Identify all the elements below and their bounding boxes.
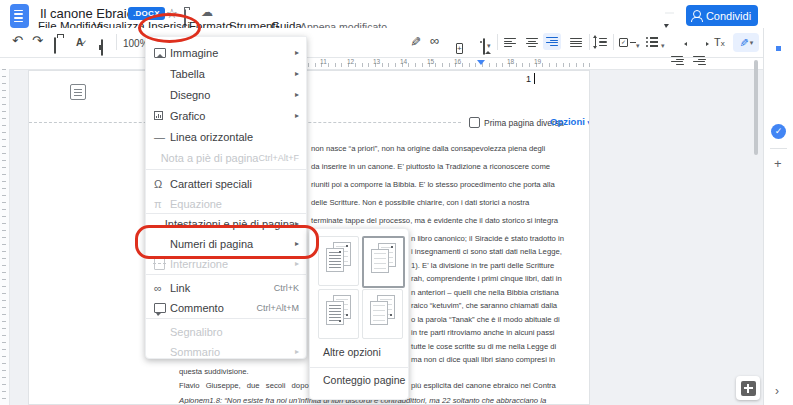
ruler-number: 18: [507, 58, 514, 65]
menu-item-equazione: π Equazione: [146, 193, 306, 214]
insert-link-icon[interactable]: ∞: [430, 34, 439, 47]
body-text-line: ma non ci dice quali libri siano compres…: [411, 355, 555, 364]
ruler-number: 15: [427, 58, 434, 65]
align-justify-icon[interactable]: [570, 38, 582, 47]
ruler-number: 19: [534, 58, 541, 65]
explore-button[interactable]: [736, 376, 760, 400]
header-options-dropdown[interactable]: Opzioni ▾: [550, 116, 590, 127]
editing-mode-button[interactable]: ✎▾: [733, 33, 759, 52]
caret-down-icon: ▾: [587, 119, 590, 126]
document-outline-icon[interactable]: [70, 84, 86, 100]
body-text-line: n libro canonico; il Siracide è stato tr…: [411, 234, 564, 243]
line-spacing-icon[interactable]: [595, 37, 607, 47]
page-numbers-submenu: Altre opzioni Conteggio pagine: [309, 228, 409, 400]
add-addon-icon[interactable]: +: [774, 156, 782, 171]
body-text-line: i insegnamenti ci sono stati dati nella …: [411, 247, 562, 256]
annotation-box-numeri-di-pagina: [135, 225, 319, 259]
ruler-number: 16: [454, 58, 461, 65]
submenu-arrow-icon: ▸: [295, 111, 299, 120]
vertical-scrollbar[interactable]: [754, 60, 758, 155]
omega-icon: Ω: [146, 178, 170, 190]
menu-item-sommario: Sommario ▸: [146, 341, 306, 362]
ruler-number: 14: [400, 58, 407, 65]
annotation-circle-inserisci: [138, 13, 201, 43]
page-count-item[interactable]: Conteggio pagine: [323, 374, 405, 386]
google-docs-window: 1 Prima pagina diversa Opzioni ▾ non nas…: [0, 0, 793, 405]
cloud-status-icon[interactable]: ☁: [201, 5, 213, 19]
submenu-arrow-icon: ▸: [295, 90, 299, 99]
page-number-option-header-all-pages[interactable]: [318, 236, 359, 286]
bulleted-list-icon[interactable]: [646, 37, 658, 47]
tasks-icon[interactable]: ✓: [771, 124, 786, 139]
menu-item-segnalibro: Segnalibro: [146, 321, 306, 342]
spellcheck-icon[interactable]: A✓: [76, 36, 87, 49]
link-icon: ∞: [146, 282, 170, 294]
indent-marker[interactable]: [477, 60, 485, 65]
divider: [770, 148, 787, 149]
page-number-option-footer-from-second-page[interactable]: [362, 289, 403, 339]
caret-down-icon[interactable]: ▾: [661, 39, 665, 52]
body-text-line: n anteriori – quelli che nella Bibbia cr…: [411, 288, 559, 297]
caret-down-icon[interactable]: ▾: [636, 39, 640, 52]
shortcut-label: Ctrl+Alt+F: [258, 153, 299, 163]
submenu-arrow-icon: ▸: [295, 347, 299, 356]
more-options-item[interactable]: Altre opzioni: [323, 346, 381, 358]
body-text-line: Flavio Giuseppe, due secoli dopo: [179, 381, 309, 390]
horizontal-line-icon: —: [146, 131, 170, 143]
insert-menu-panel: Immagine ▸ Tabella ▸ Disegno ▸ Grafico ▸…: [145, 36, 307, 359]
share-button[interactable]: Condividi: [686, 5, 758, 26]
comment-icon: [146, 303, 170, 313]
submenu-arrow-icon: ▸: [295, 69, 299, 78]
caret-down-icon[interactable]: ▾: [487, 39, 491, 52]
body-text-line: riuniti poi a comporre la Bibbia. E' lo …: [311, 180, 555, 189]
paint-format-icon[interactable]: [101, 39, 103, 56]
toolbar: ↶ ↷ A✓ 100% ▾ ✎ ∞ + ▾ ✓ ▾ ▾ Tx ✎▾ ›: [0, 28, 793, 58]
person-icon: [693, 10, 701, 18]
header-page-number: 1: [526, 74, 531, 84]
body-text-line: terminate tappe del processo, ma è evide…: [311, 216, 558, 225]
menu-item-disegno[interactable]: Disegno ▸: [146, 84, 306, 105]
body-text-line: questa suddivisione.: [179, 367, 249, 376]
body-text-line: non nasce “a priori”, non ha origine dal…: [311, 144, 545, 153]
horizontal-ruler[interactable]: 11 12 13 14 15 16 18 19: [0, 57, 763, 70]
menu-item-grafico[interactable]: Grafico ▸: [146, 105, 306, 126]
redo-button[interactable]: ↷: [32, 34, 43, 47]
ruler-number: 13: [373, 58, 380, 65]
body-text-line: più esplicita del canone ebraico nel Con…: [411, 381, 556, 390]
menu-item-immagine[interactable]: Immagine ▸: [146, 42, 306, 63]
hide-side-panel-icon[interactable]: ›: [775, 384, 779, 398]
align-center-icon[interactable]: [526, 38, 538, 47]
spellcheck-flagged-word: Apionem1.8:: [179, 396, 222, 405]
body-text-line: delle Scritture. Non è possibile chiarir…: [311, 198, 529, 207]
text-cursor: [534, 73, 535, 84]
align-right-icon-active[interactable]: [543, 33, 561, 50]
ruler-number: 12: [347, 58, 354, 65]
clear-formatting-icon[interactable]: Tx: [714, 35, 725, 50]
align-left-icon[interactable]: [504, 38, 516, 47]
undo-button[interactable]: ↶: [12, 34, 23, 47]
page-number-option-footer-all-pages[interactable]: [318, 289, 359, 339]
menu-item-caratteri-speciali[interactable]: Ω Caratteri speciali: [146, 173, 306, 194]
explore-icon: [741, 381, 756, 396]
shortcut-label: Ctrl+Alt+M: [256, 303, 299, 313]
submenu-arrow-icon: ▸: [295, 48, 299, 57]
page-number-option-header-from-second-page[interactable]: [362, 236, 405, 288]
menu-item-commento[interactable]: Commento Ctrl+Alt+M: [146, 297, 306, 318]
body-text-line: rah, comprendente i primi cinque libri, …: [411, 274, 562, 283]
different-first-page-checkbox[interactable]: [469, 117, 480, 128]
checklist-icon[interactable]: ✓: [619, 38, 636, 47]
body-text-line: 1). E' la divisione in tre parti delle S…: [411, 261, 554, 270]
page-break-icon: [146, 258, 170, 270]
menu-item-tabella[interactable]: Tabella ▸: [146, 63, 306, 84]
insert-image-icon[interactable]: [483, 38, 485, 55]
menu-item-link[interactable]: ∞ Link Ctrl+K: [146, 277, 306, 298]
insert-comment-icon[interactable]: +: [456, 43, 463, 54]
highlight-pen-icon[interactable]: ✎: [409, 36, 422, 47]
menu-item-linea-orizzontale[interactable]: — Linea orizzontale: [146, 126, 306, 147]
menu-item-nota-a-pie-di-pagina: Nota a piè di pagina Ctrl+Alt+F: [146, 147, 306, 168]
body-text-line: tutte le cose scritte su di me nella Leg…: [411, 342, 556, 351]
body-text-line: raico “ketuvim”, che saranno chiamati da…: [411, 301, 557, 310]
print-icon[interactable]: [54, 37, 56, 54]
docs-home-logo[interactable]: [10, 4, 29, 28]
submenu-arrow-icon: ▸: [295, 259, 299, 268]
